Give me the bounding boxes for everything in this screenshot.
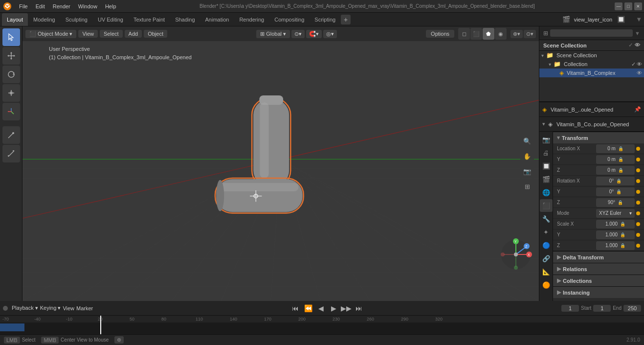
- transform-tool[interactable]: [2, 103, 20, 120]
- outliner-filter-icon[interactable]: ▼: [635, 30, 640, 36]
- object-menu-button[interactable]: Object: [144, 30, 167, 38]
- output-properties-tab[interactable]: 🖨: [540, 146, 553, 159]
- rotate-tool[interactable]: [2, 66, 20, 83]
- collection-eye-icon[interactable]: 👁: [637, 61, 642, 68]
- tab-uv-editing[interactable]: UV Editing: [93, 13, 128, 26]
- options-button[interactable]: Options: [426, 30, 454, 38]
- material-shading[interactable]: ⬟: [483, 28, 494, 40]
- tab-compositing[interactable]: Compositing: [269, 13, 309, 26]
- jump-prev-keyframe-button[interactable]: ⏪: [303, 303, 313, 314]
- rotation-x-input[interactable]: 0° 🔒: [596, 177, 635, 185]
- tab-scripting[interactable]: Scripting: [310, 13, 340, 26]
- gizmos-button[interactable]: ⊙▾: [524, 30, 536, 38]
- rotation-z-input[interactable]: 90° 🔒: [596, 198, 635, 207]
- tab-texture-paint[interactable]: Texture Paint: [129, 13, 170, 26]
- playback-menu[interactable]: Playback ▾: [12, 305, 38, 311]
- orthographic-button[interactable]: ⊞: [520, 180, 534, 193]
- outliner-search-input[interactable]: [550, 29, 633, 37]
- help-menu[interactable]: Help: [102, 2, 120, 10]
- navigation-gizmo[interactable]: X Y Z: [499, 237, 533, 272]
- object-mode-selector[interactable]: ⬛ Object Mode ▾: [25, 30, 76, 38]
- pan-view-button[interactable]: ✋: [520, 149, 534, 163]
- tab-rendering[interactable]: Rendering: [234, 13, 269, 26]
- add-menu-button[interactable]: Add: [125, 30, 142, 38]
- annotate-tool[interactable]: [2, 126, 20, 144]
- transform-global-selector[interactable]: ⊞ Global ▾: [256, 30, 290, 38]
- pivot-point-selector[interactable]: ⊙▾: [291, 30, 305, 38]
- view-layer-properties-tab[interactable]: 🔲: [540, 160, 553, 172]
- object-properties-tab[interactable]: ⬛: [540, 199, 553, 212]
- vitamin-eye-icon[interactable]: 👁: [637, 70, 642, 76]
- tab-shading[interactable]: Shading: [170, 13, 200, 26]
- location-y-input[interactable]: 0 m 🔒: [596, 155, 635, 164]
- start-frame-input[interactable]: 1: [593, 305, 611, 312]
- file-menu[interactable]: File: [16, 2, 31, 10]
- outliner-check-icon[interactable]: ✓: [628, 42, 633, 48]
- tab-modeling[interactable]: Modeling: [28, 13, 60, 26]
- play-reverse-button[interactable]: ◀: [315, 303, 326, 314]
- physics-properties-tab[interactable]: 🔵: [540, 239, 553, 252]
- view-menu-button[interactable]: View: [78, 30, 98, 38]
- viewport-overlays-button[interactable]: ⊕▾: [511, 30, 523, 38]
- move-tool[interactable]: [2, 47, 20, 65]
- object-pin-icon[interactable]: 📌: [634, 106, 641, 113]
- particles-properties-tab[interactable]: ✦: [540, 226, 553, 238]
- minimize-button[interactable]: —: [615, 2, 622, 10]
- world-properties-tab[interactable]: 🌐: [540, 186, 553, 199]
- scale-z-input[interactable]: 1.000 🔒: [596, 241, 635, 250]
- modifier-properties-tab[interactable]: 🔧: [540, 212, 553, 225]
- render-menu[interactable]: Render: [49, 2, 74, 10]
- marker-menu[interactable]: Marker: [76, 305, 93, 311]
- scale-tool[interactable]: [2, 84, 20, 102]
- snap-toggle[interactable]: 🧲▾: [306, 30, 322, 38]
- constraints-properties-tab[interactable]: 🔗: [540, 252, 553, 265]
- scale-y-input[interactable]: 1.000 🔒: [596, 230, 635, 239]
- timeline-playhead[interactable]: [100, 316, 101, 334]
- solid-shading[interactable]: ⬛: [470, 28, 482, 40]
- zoom-in-button[interactable]: 🔍: [520, 134, 534, 148]
- window-menu[interactable]: Window: [75, 2, 101, 10]
- collection-checkbox[interactable]: ✓: [631, 61, 636, 68]
- jump-start-button[interactable]: ⏮: [290, 303, 301, 314]
- tree-item-vitamin[interactable]: ▾ ◈ Vitamin_B_Complex 👁: [539, 69, 644, 77]
- filter-icon[interactable]: ▼: [636, 16, 642, 23]
- select-menu-button[interactable]: Select: [100, 30, 123, 38]
- location-x-input[interactable]: 0 m 🔒: [596, 144, 635, 153]
- proportional-edit[interactable]: ◎▾: [323, 30, 337, 38]
- jump-end-button[interactable]: ⏭: [354, 303, 364, 314]
- close-button[interactable]: ✕: [634, 2, 642, 10]
- tab-sculpting[interactable]: Sculpting: [61, 13, 92, 26]
- material-properties-tab[interactable]: 🟠: [540, 278, 553, 291]
- outliner-eye-icon[interactable]: 👁: [635, 42, 640, 48]
- 3d-viewport[interactable]: User Perspective (1) Collection | Vitami…: [22, 26, 539, 301]
- scene-properties-tab[interactable]: 🎬: [540, 173, 553, 185]
- timeline-track[interactable]: -70 -40 -10 20 50 80 110 140 170 200 230…: [0, 316, 644, 334]
- instancing-header[interactable]: ▶ Instancing: [553, 286, 644, 298]
- record-button[interactable]: [3, 306, 8, 311]
- camera-view-button[interactable]: 📷: [520, 164, 534, 178]
- timeline-view-menu[interactable]: View: [63, 305, 74, 311]
- rendered-shading[interactable]: ◉: [495, 28, 507, 40]
- edit-menu[interactable]: Edit: [32, 2, 48, 10]
- transform-section-header[interactable]: ▾ Transform: [553, 132, 644, 143]
- wireframe-shading[interactable]: ◻: [458, 28, 470, 40]
- play-button[interactable]: ▶: [328, 303, 339, 314]
- blender-logo-icon[interactable]: [2, 1, 13, 12]
- scene-selector[interactable]: view_layer_icon: [574, 17, 612, 23]
- jump-next-keyframe-button[interactable]: ▶▶: [341, 303, 352, 314]
- current-frame-input[interactable]: 1: [561, 305, 579, 312]
- rotation-mode-selector[interactable]: XYZ Euler ▾: [596, 209, 635, 218]
- tab-animation[interactable]: Animation: [200, 13, 234, 26]
- collections-header[interactable]: ▶ Collections: [553, 275, 644, 286]
- maximize-button[interactable]: □: [624, 2, 632, 10]
- keying-menu[interactable]: Keying ▾: [40, 305, 61, 311]
- scale-x-input[interactable]: 1.000 🔒: [596, 220, 635, 229]
- end-frame-input[interactable]: 250: [623, 305, 641, 312]
- tree-item-scene-collection[interactable]: ▾ 📁 Scene Collection: [539, 51, 644, 60]
- measure-tool[interactable]: [2, 145, 20, 162]
- tree-item-collection[interactable]: ▾ 📁 Collection ✓ 👁: [539, 60, 644, 69]
- rotation-y-input[interactable]: 0° 🔒: [596, 187, 635, 196]
- cursor-tool[interactable]: [2, 28, 20, 46]
- data-properties-tab[interactable]: 📐: [540, 265, 553, 278]
- add-workspace-button[interactable]: +: [341, 15, 351, 24]
